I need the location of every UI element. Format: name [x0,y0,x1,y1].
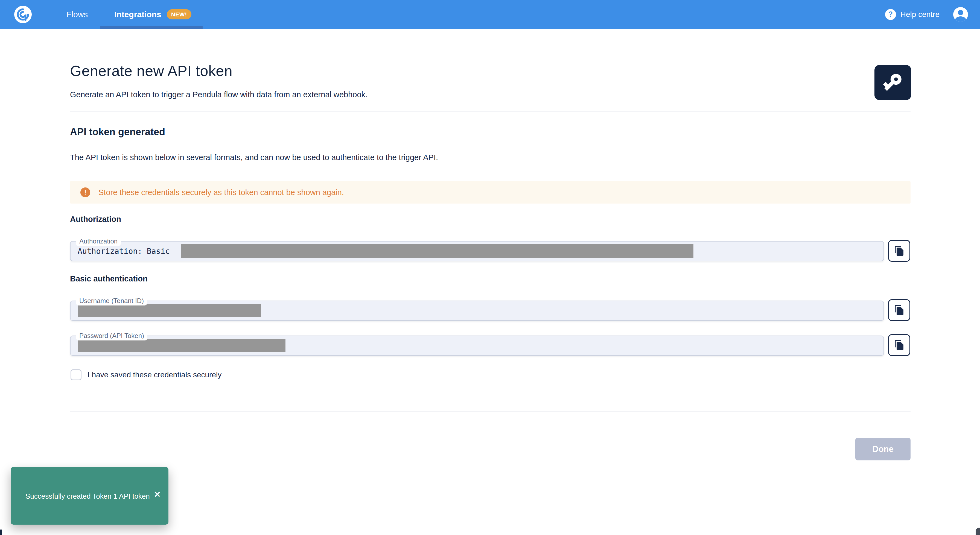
username-field[interactable]: Username (Tenant ID) [70,300,884,321]
divider [70,411,910,411]
credentials-saved-label: I have saved these credentials securely [88,370,221,379]
toast-message: Successfully created Token 1 API token [25,491,150,502]
page-subtitle: Generate an API token to trigger a Pendu… [70,90,368,99]
password-field-label: Password (API Token) [76,332,147,340]
copy-icon [894,305,905,316]
authorization-field-label: Authorization [76,237,121,246]
screen-edge-artifact-left [0,530,2,535]
cursor-artifact-bottom-right [975,528,980,535]
credentials-saved-row: I have saved these credentials securely [70,370,221,380]
warning-banner: ! Store these credentials securely as th… [70,181,910,203]
section-body: The API token is shown below in several … [70,153,438,162]
username-field-label: Username (Tenant ID) [76,297,147,305]
authorization-value-prefix: Authorization: Basic [78,247,175,256]
copy-icon [894,245,905,256]
pendula-logo[interactable] [14,6,32,23]
success-toast: Successfully created Token 1 API token ✕ [11,467,169,525]
password-field[interactable]: Password (API Token) [70,335,884,356]
page-title: Generate new API token [70,62,232,79]
warning-text: Store these credentials securely as this… [99,188,344,197]
credentials-saved-checkbox[interactable] [70,370,81,380]
redacted-authorization-token [181,244,694,258]
user-avatar-icon[interactable] [953,7,968,22]
warning-icon: ! [80,187,90,197]
api-key-icon [875,65,911,100]
section-heading: API token generated [70,126,165,138]
copy-icon [894,340,905,351]
copy-authorization-button[interactable] [888,240,910,262]
redacted-username [78,304,261,317]
copy-password-button[interactable] [888,334,910,356]
main-content: Generate new API token Generate an API t… [70,0,910,535]
redacted-password [78,339,285,352]
divider [70,111,910,111]
authorization-heading: Authorization [70,215,121,224]
close-icon[interactable]: ✕ [154,491,161,498]
done-button[interactable]: Done [855,438,910,460]
authorization-field[interactable]: Authorization Authorization: Basic [70,241,884,261]
copy-username-button[interactable] [888,299,910,321]
basic-auth-heading: Basic authentication [70,274,148,283]
